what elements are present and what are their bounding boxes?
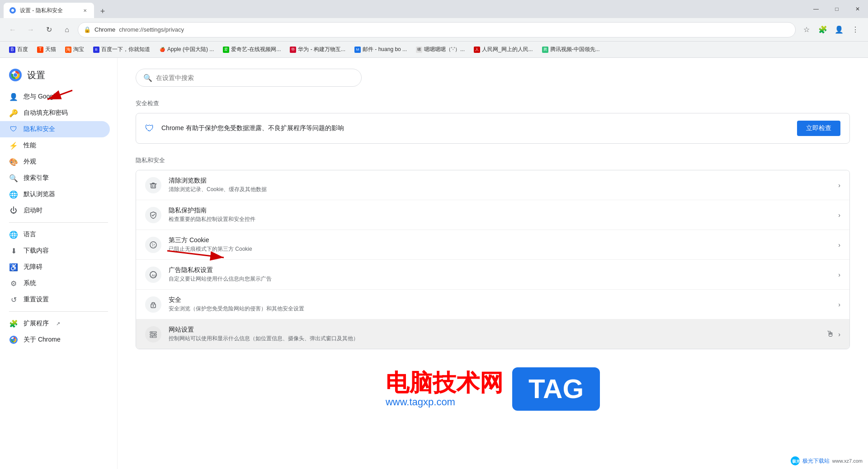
privacy-item-content: 广告隐私权设置 自定义要让网站使用什么信息向您展示广告 — [169, 266, 835, 283]
sidebar-item-accessibility[interactable]: ♿ 无障碍 — [0, 259, 110, 275]
sidebar-item-language[interactable]: 🌐 语言 — [0, 226, 110, 243]
extensions-button[interactable]: 🧩 — [816, 23, 830, 37]
privacy-item-title: 清除浏览数据 — [169, 177, 835, 185]
bookmark-iqiyi[interactable]: 爱 爱奇艺-在线视频网... — [219, 44, 284, 56]
privacy-item-ad-privacy[interactable]: Ad 广告隐私权设置 自定义要让网站使用什么信息向您展示广告 › — [136, 260, 849, 290]
chrome-logo — [9, 69, 22, 81]
privacy-item-desc: 自定义要让网站使用什么信息向您展示广告 — [169, 275, 835, 283]
sidebar-item-appearance[interactable]: 🎨 外观 — [0, 154, 110, 170]
menu-button[interactable]: ⋮ — [848, 23, 863, 37]
privacy-item-clear-data[interactable]: 清除浏览数据 清除浏览记录、Cookie、缓存及其他数据 › — [136, 170, 849, 200]
bookmark-apple[interactable]: 🍎 Apple (中国大陆) ... — [156, 44, 217, 56]
bookmark-favicon: 嗯 — [416, 47, 422, 53]
sidebar-divider — [9, 222, 108, 223]
privacy-item-guide[interactable]: 隐私保护指南 检查重要的隐私控制设置和安全控件 › — [136, 200, 849, 230]
bookmark-renmin[interactable]: 人 人民网_网上的人民... — [470, 44, 537, 56]
svg-point-1 — [11, 9, 14, 12]
sidebar-item-label: 重置设置 — [24, 295, 49, 304]
bookmark-huawei[interactable]: 华 华为 - 构建万物互... — [286, 44, 349, 56]
sidebar-item-label: 您与 Google — [24, 93, 58, 101]
svg-point-17 — [152, 245, 153, 246]
gear-icon: ⚙ — [9, 279, 18, 288]
external-link-icon: ↗ — [56, 321, 60, 327]
sidebar-item-startup[interactable]: ⏻ 启动时 — [0, 202, 110, 219]
privacy-item-content: 安全 安全浏览（保护您免受危险网站的侵害）和其他安全设置 — [169, 296, 835, 313]
privacy-item-security[interactable]: 安全 安全浏览（保护您免受危险网站的侵害）和其他安全设置 › — [136, 290, 849, 319]
sidebar-item-privacy[interactable]: 🛡 隐私和安全 — [0, 121, 110, 137]
sidebar-item-label: 语言 — [24, 230, 36, 239]
bookmark-baidu2[interactable]: B 百度一下，你就知道 — [90, 44, 154, 56]
sidebar-item-label: 关于 Chrome — [24, 336, 61, 344]
new-tab-button[interactable]: + — [96, 5, 109, 18]
bookmark-wangyi[interactable]: 嗯 嗯嗯嗯嗯（'·'）... — [412, 44, 468, 56]
svg-point-8 — [12, 338, 15, 341]
forward-button[interactable]: → — [24, 23, 38, 37]
cursor-indicator: 🖱 — [826, 329, 835, 339]
bookmark-label: Apple (中国大陆) ... — [167, 46, 214, 53]
bookmarks-bar: B 百度 T 天猫 淘 淘宝 B 百度一下，你就知道 🍎 Apple (中国大陆… — [0, 42, 868, 58]
tab-close-button[interactable]: ✕ — [81, 7, 89, 14]
bookmark-label: 爱奇艺-在线视频网... — [231, 46, 281, 53]
bookmark-tencent[interactable]: 腾 腾讯视频-中国领先... — [538, 44, 604, 56]
search-icon: 🔍 — [9, 174, 18, 183]
bookmark-label: 腾讯视频-中国领先... — [550, 46, 600, 53]
maximize-button[interactable]: □ — [826, 2, 847, 16]
safety-check-button[interactable]: 立即检查 — [797, 121, 840, 136]
profile-button[interactable]: 👤 — [832, 23, 846, 37]
sidebar-item-performance[interactable]: ⚡ 性能 — [0, 137, 110, 154]
bookmark-baidu[interactable]: B 百度 — [5, 44, 32, 56]
sidebar-item-downloads[interactable]: ⬇ 下载内容 — [0, 243, 110, 259]
sidebar-item-google[interactable]: 👤 您与 Google — [0, 89, 110, 105]
arrow-icon: › — [838, 271, 840, 278]
sidebar-item-about[interactable]: 关于 Chrome — [0, 332, 110, 348]
sidebar-item-system[interactable]: ⚙ 系统 — [0, 275, 110, 291]
search-input[interactable] — [156, 74, 354, 81]
minimize-button[interactable]: — — [806, 2, 826, 16]
privacy-item-cookies[interactable]: 第三方 Cookie 已阻止无痕模式下的第三方 Cookie › — [136, 230, 849, 260]
bookmark-favicon: 人 — [474, 47, 480, 53]
chrome-icon — [9, 335, 18, 344]
download-site-url: www.xz7.com — [832, 458, 863, 464]
safety-check-card: 🛡 Chrome 有助于保护您免受数据泄露、不良扩展程序等问题的影响 立即检查 — [136, 113, 850, 144]
sidebar-item-extensions[interactable]: 🧩 扩展程序 ↗ — [0, 315, 110, 332]
sidebar-item-label: 默认浏览器 — [24, 190, 55, 198]
reload-button[interactable]: ↻ — [42, 23, 56, 37]
back-button[interactable]: ← — [5, 23, 20, 37]
sidebar-item-autofill[interactable]: 🔑 自动填充和密码 — [0, 105, 110, 121]
bookmark-mail[interactable]: M 邮件 - huang bo ... — [351, 44, 410, 56]
home-button[interactable]: ⌂ — [60, 23, 74, 37]
privacy-item-desc: 控制网站可以使用和显示什么信息（如位置信息、摄像头、弹出式窗口及其他） — [169, 335, 823, 342]
download-site-icon: 极光 — [791, 456, 800, 465]
bookmark-label: 淘宝 — [73, 46, 84, 53]
palette-icon: 🎨 — [9, 157, 18, 166]
watermark-tag-text: TAG — [521, 371, 591, 407]
privacy-item-site-settings[interactable]: 网站设置 控制网站可以使用和显示什么信息（如位置信息、摄像头、弹出式窗口及其他）… — [136, 319, 849, 349]
bookmark-taobao[interactable]: 淘 淘宝 — [61, 44, 88, 56]
privacy-item-desc: 已阻止无痕模式下的第三方 Cookie — [169, 245, 835, 253]
download-icon: ⬇ — [9, 246, 18, 255]
svg-point-15 — [152, 244, 153, 244]
search-bar[interactable]: 🔍 — [136, 69, 362, 87]
privacy-item-desc: 清除浏览记录、Cookie、缓存及其他数据 — [169, 186, 835, 193]
tab-favicon — [9, 7, 16, 14]
sidebar-item-label: 搜索引擎 — [24, 174, 49, 182]
lock-icon — [145, 296, 161, 313]
close-button[interactable]: ✕ — [847, 2, 868, 16]
sidebar-item-label: 扩展程序 — [24, 319, 49, 328]
bookmark-tianmao[interactable]: T 天猫 — [33, 44, 60, 56]
bookmark-button[interactable]: ☆ — [799, 23, 814, 37]
accessibility-icon: ♿ — [9, 263, 18, 272]
active-tab[interactable]: 设置 - 隐私和安全 ✕ — [4, 3, 94, 18]
browser-icon: 🌐 — [9, 190, 18, 199]
arrow-icon: › — [838, 301, 840, 308]
sidebar-item-reset[interactable]: ↺ 重置设置 — [0, 291, 110, 308]
bookmark-favicon: B — [9, 47, 15, 53]
sidebar-item-search[interactable]: 🔍 搜索引擎 — [0, 170, 110, 186]
svg-point-5 — [14, 73, 17, 77]
sidebar-item-default-browser[interactable]: 🌐 默认浏览器 — [0, 186, 110, 202]
safety-check-text: Chrome 有助于保护您免受数据泄露、不良扩展程序等问题的影响 — [161, 124, 790, 132]
address-input[interactable]: 🔒 Chrome chrome://settings/privacy — [78, 22, 796, 38]
watermark-area: 电脑技术网 www.tagxp.com TAG — [136, 349, 850, 429]
bookmark-label: 百度一下，你就知道 — [101, 46, 150, 53]
settings-content: 🔍 安全检查 🛡 Chrome 有助于保护您免受数据泄露、不良扩展程序等问题的影… — [118, 58, 868, 469]
